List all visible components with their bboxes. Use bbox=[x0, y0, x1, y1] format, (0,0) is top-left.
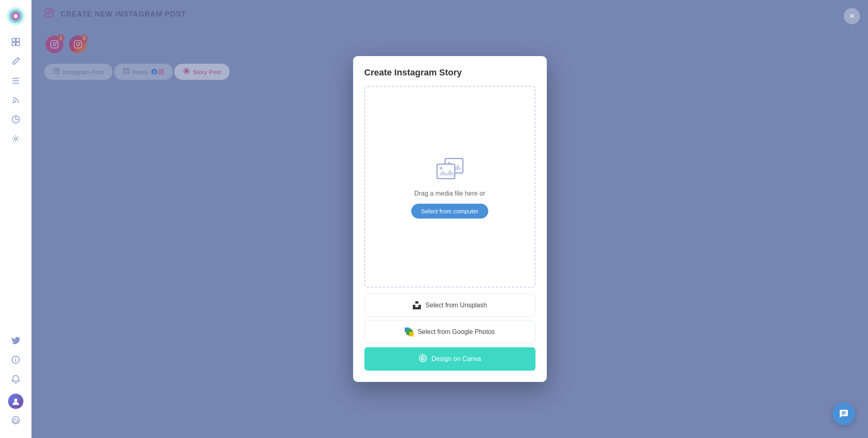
sidebar bbox=[0, 0, 31, 438]
design-on-canva-button[interactable]: C Design on Canva bbox=[364, 347, 535, 371]
svg-point-16 bbox=[14, 398, 17, 402]
google-photos-icon bbox=[405, 327, 414, 336]
svg-rect-7 bbox=[16, 42, 19, 46]
select-from-google-photos-button[interactable]: Select from Google Photos bbox=[364, 321, 535, 343]
sidebar-item-rss[interactable] bbox=[8, 92, 24, 108]
svg-point-43 bbox=[439, 167, 442, 169]
svg-rect-6 bbox=[12, 42, 15, 46]
unsplash-button-label: Select from Unsplash bbox=[425, 302, 487, 309]
sidebar-item-settings[interactable] bbox=[8, 131, 24, 147]
chat-fab-button[interactable] bbox=[832, 403, 855, 425]
create-story-modal: Create Instagram Story Drag a media file… bbox=[353, 56, 547, 382]
svg-rect-4 bbox=[12, 38, 15, 42]
modal-overlay: Create Instagram Story Drag a media file… bbox=[31, 0, 868, 438]
media-upload-icon bbox=[434, 155, 466, 184]
modal-title: Create Instagram Story bbox=[364, 67, 535, 78]
page-close-button[interactable]: × bbox=[844, 8, 860, 24]
user-avatar-area[interactable] bbox=[8, 394, 23, 409]
canva-button-label: Design on Canva bbox=[431, 355, 481, 363]
sidebar-item-info[interactable] bbox=[8, 352, 24, 368]
svg-point-12 bbox=[15, 138, 17, 140]
select-from-computer-button[interactable]: Select from computer bbox=[411, 204, 488, 219]
google-photos-button-label: Select from Google Photos bbox=[418, 328, 495, 336]
sidebar-item-notifications[interactable] bbox=[8, 371, 24, 387]
svg-rect-42 bbox=[437, 164, 455, 179]
sidebar-item-list[interactable] bbox=[8, 73, 24, 89]
sidebar-item-compose[interactable] bbox=[8, 53, 24, 69]
media-drop-zone[interactable]: Drag a media file here or Select from co… bbox=[364, 86, 535, 288]
svg-text:C: C bbox=[421, 356, 425, 361]
app-logo[interactable] bbox=[6, 6, 25, 26]
select-from-unsplash-button[interactable]: Select from Unsplash bbox=[364, 294, 535, 317]
svg-rect-5 bbox=[16, 38, 19, 42]
drop-zone-text: Drag a media file here or bbox=[414, 190, 485, 197]
sidebar-item-power[interactable] bbox=[8, 412, 24, 428]
unsplash-icon bbox=[412, 301, 421, 310]
svg-point-3 bbox=[14, 14, 18, 18]
sidebar-item-analytics[interactable] bbox=[8, 111, 24, 127]
sidebar-item-dashboard[interactable] bbox=[8, 34, 24, 50]
canva-icon: C bbox=[418, 354, 427, 364]
sidebar-item-twitter[interactable] bbox=[8, 332, 24, 348]
svg-point-15 bbox=[16, 358, 16, 359]
